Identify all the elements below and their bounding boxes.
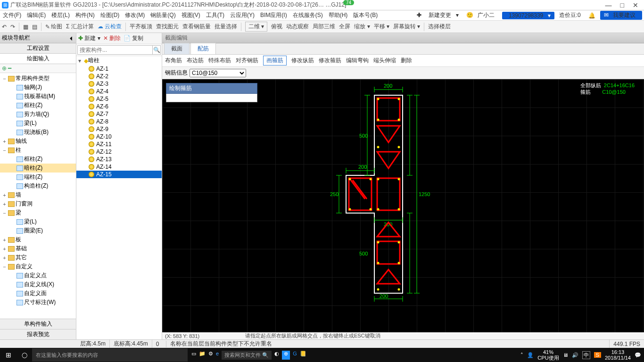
tree-row[interactable]: +基础: [0, 244, 76, 253]
menu-online[interactable]: 在线服务(S): [290, 11, 326, 19]
menu-bim[interactable]: BIM应用(I): [257, 11, 290, 19]
tree-row[interactable]: 框柱(Z): [0, 101, 76, 110]
new-button[interactable]: ✚ 新建 ▾: [78, 34, 100, 42]
tab-section[interactable]: 截面: [164, 43, 190, 54]
menu-cloud[interactable]: 云应用(Y): [227, 11, 257, 19]
report-preview-button[interactable]: 报表预览: [0, 329, 76, 339]
menu-help[interactable]: 帮助(H): [326, 11, 351, 19]
network-icon[interactable]: 🖥: [563, 352, 568, 358]
app4-icon[interactable]: ⊕: [282, 351, 290, 360]
view-rebar-button[interactable]: 查看钢筋量: [182, 23, 211, 31]
search-web-label[interactable]: 搜索网页和文件 🔍: [222, 351, 272, 360]
user-avatar[interactable]: 🙂 广小二: [463, 11, 500, 19]
phone-badge[interactable]: 13907298339 ▾: [502, 12, 554, 19]
list-item[interactable]: AZ-8: [76, 118, 162, 125]
drawing-canvas[interactable]: 绘制箍筋 全部纵筋 2C14+16C16 箍筋 C10@150: [162, 79, 644, 332]
taskview-icon[interactable]: ▭: [191, 351, 196, 360]
menu-edit[interactable]: 编辑(E): [24, 11, 49, 19]
app2-icon[interactable]: ⚙: [208, 351, 213, 360]
tree-row[interactable]: 自定义面: [0, 289, 76, 298]
menu-draw[interactable]: 绘图(D): [98, 11, 123, 19]
sogou-icon[interactable]: S: [594, 352, 601, 358]
top-view-button[interactable]: 俯视: [271, 23, 282, 31]
corner-bar-button[interactable]: 布角筋: [165, 57, 182, 65]
list-item[interactable]: AZ-14: [76, 163, 162, 171]
tree-row[interactable]: +轴线: [0, 137, 76, 146]
edge-bar-button[interactable]: 布边筋: [187, 57, 204, 65]
align-bar-button[interactable]: 对齐钢筋: [236, 57, 258, 65]
list-item[interactable]: AZ-11: [76, 140, 162, 148]
tree-row[interactable]: 框柱(Z): [0, 155, 76, 164]
undo-button[interactable]: ↶: [2, 24, 7, 30]
tree-row[interactable]: 剪力墙(Q): [0, 110, 76, 119]
list-item[interactable]: AZ-2: [76, 73, 162, 80]
cpu-meter[interactable]: 41%CPU使用: [537, 349, 559, 361]
tree-row[interactable]: 圈梁(E): [0, 226, 76, 235]
list-item[interactable]: AZ-13: [76, 156, 162, 163]
rotate-dropdown[interactable]: 屏幕旋转 ▾: [393, 23, 420, 31]
draw-input-tab[interactable]: 绘图输入: [0, 54, 76, 64]
tray-up-icon[interactable]: ˄: [520, 352, 523, 358]
tree-row[interactable]: +墙: [0, 190, 76, 199]
list-item[interactable]: AZ-12: [76, 148, 162, 156]
menu-modify[interactable]: 修改(M): [122, 11, 148, 19]
list-item[interactable]: AZ-3: [76, 80, 162, 88]
tree-row[interactable]: −自定义: [0, 262, 76, 271]
search-input[interactable]: [77, 45, 153, 55]
tree-toolbar[interactable]: ⊕ ━: [0, 64, 76, 73]
grid2-button[interactable]: ▤: [32, 24, 37, 30]
fullscreen-button[interactable]: 全屏: [339, 23, 350, 31]
draw-stirrup-dropdown[interactable]: 绘制箍筋: [166, 83, 257, 102]
close-button[interactable]: ✕: [633, 1, 638, 9]
taskbar-search[interactable]: 在这里输入你要搜索的内容: [32, 348, 188, 362]
tree-row[interactable]: −梁: [0, 208, 76, 217]
tree-row[interactable]: 现浇板(B): [0, 128, 76, 137]
ie-icon[interactable]: e: [216, 351, 219, 360]
tree-row[interactable]: 轴网(J): [0, 83, 76, 92]
end-extend-button[interactable]: 端头伸缩: [373, 57, 396, 65]
tree-row[interactable]: 暗柱(Z): [0, 164, 76, 173]
menu-floor[interactable]: 楼层(L): [49, 11, 73, 19]
action-center-icon[interactable]: 💬: [635, 352, 641, 358]
list-item[interactable]: AZ-5: [76, 95, 162, 103]
modify-long-button[interactable]: 修改纵筋: [291, 57, 314, 65]
tree-row[interactable]: 梁(L): [0, 217, 76, 226]
bell-icon[interactable]: 🔔: [586, 12, 598, 19]
cloud-check-button[interactable]: ☁ 云检查: [98, 23, 122, 31]
delete-button[interactable]: ✕ 删除: [103, 34, 121, 42]
cortana-icon[interactable]: ◯: [17, 352, 32, 358]
grid-button[interactable]: ▦: [23, 24, 28, 30]
edit-hook-button[interactable]: 编辑弯钩: [346, 57, 369, 65]
pan-dropdown[interactable]: 平移 ▾: [374, 23, 389, 31]
new-change-button[interactable]: ✚ 新建变更 ▾: [411, 11, 462, 19]
special-bar-button[interactable]: 特殊布筋: [208, 57, 231, 65]
menu-file[interactable]: 文件(F): [0, 11, 24, 19]
tree-row[interactable]: 构造柱(Z): [0, 181, 76, 190]
tree-row[interactable]: +板: [0, 235, 76, 244]
tree-row[interactable]: 尺寸标注(W): [0, 298, 76, 307]
tree-row[interactable]: +其它: [0, 253, 76, 262]
component-tree[interactable]: −常用构件类型轴网(J)筏板基础(M)框柱(Z)剪力墙(Q)梁(L)现浇板(B)…: [0, 73, 76, 319]
tree-row[interactable]: 梁(L): [0, 119, 76, 128]
zoom-dropdown[interactable]: 缩放 ▾: [354, 23, 370, 31]
app6-icon[interactable]: 📒: [300, 351, 306, 360]
list-item[interactable]: AZ-10: [76, 133, 162, 140]
list-item[interactable]: AZ-6: [76, 103, 162, 110]
draw-stirrup-button[interactable]: 画箍筋: [263, 56, 287, 66]
delete-bar-button[interactable]: 删除: [401, 57, 412, 65]
redo-button[interactable]: ↷: [10, 24, 15, 30]
dynamic-orbit-button[interactable]: 动态观察: [286, 23, 309, 31]
copy-button[interactable]: 📄 复制: [124, 34, 143, 42]
volume-icon[interactable]: 🔊: [572, 352, 578, 358]
list-item[interactable]: AZ-7: [76, 110, 162, 118]
list-item[interactable]: AZ-1: [76, 65, 162, 73]
tree-row[interactable]: +门窗洞: [0, 199, 76, 208]
menu-component[interactable]: 构件(N): [73, 11, 98, 19]
notification-badge[interactable]: 74: [343, 0, 354, 5]
tree-row[interactable]: 自定义线(X): [0, 280, 76, 289]
feedback-button[interactable]: ✉ 我要建议: [600, 11, 642, 20]
tree-row[interactable]: 筏板基础(M): [0, 92, 76, 101]
project-settings-tab[interactable]: 工程设置: [0, 43, 76, 54]
minimize-button[interactable]: —: [605, 1, 612, 9]
tab-rebar[interactable]: 配筋: [190, 43, 216, 54]
